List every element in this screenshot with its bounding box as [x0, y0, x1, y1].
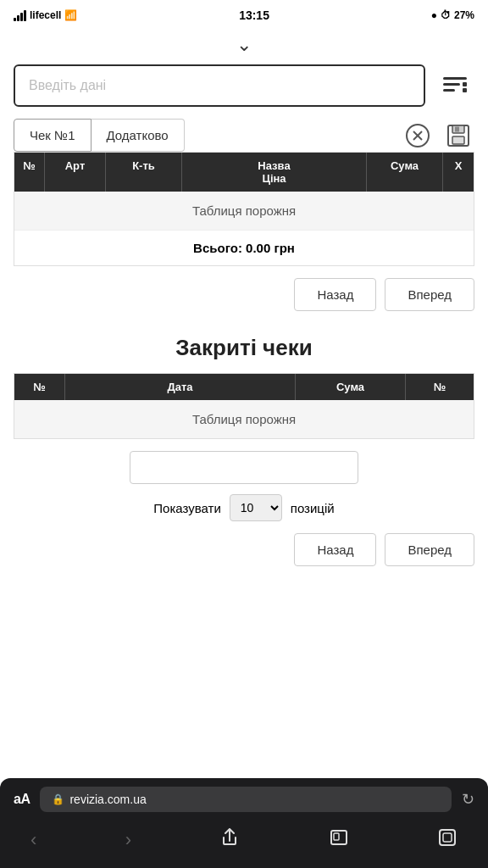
save-disk-icon [446, 123, 471, 148]
status-time: 13:15 [239, 8, 269, 22]
col-x: X [443, 153, 474, 192]
closed-forward-button[interactable]: Вперед [385, 533, 474, 566]
col-no: № [14, 153, 45, 192]
open-back-button[interactable]: Назад [294, 278, 376, 311]
svg-rect-4 [463, 88, 467, 92]
browser-bookmarks-button[interactable] [320, 824, 358, 856]
close-circle-icon [405, 123, 430, 148]
lock-icon: 🔒 [52, 793, 64, 805]
close-circle-button[interactable] [402, 120, 434, 152]
browser-nav-row: ‹ › [14, 824, 474, 856]
browser-url-row: aA 🔒 revizia.com.ua ↻ [14, 787, 474, 812]
search-row [14, 64, 474, 107]
tab-check1[interactable]: Чек №1 [14, 119, 92, 152]
tabs-row: Чек №1 Додатково [14, 119, 474, 152]
status-bar: lifecell 📶 13:15 ● ⏱ 27% [0, 0, 488, 31]
closed-back-button[interactable]: Назад [294, 533, 376, 566]
open-receipts-empty: Таблиця порожня [14, 192, 474, 230]
col-qty: К-ть [106, 153, 182, 192]
chevron-down-icon: ⌄ [236, 36, 252, 54]
svg-rect-1 [443, 83, 460, 86]
browser-bar: aA 🔒 revizia.com.ua ↻ ‹ › [0, 778, 488, 868]
svg-rect-11 [455, 126, 459, 131]
browser-forward-button[interactable]: › [117, 826, 140, 854]
browser-tabs-button[interactable] [429, 824, 466, 856]
svg-rect-15 [443, 833, 452, 842]
pagination-row: Показувати 5 10 25 50 100 позицій [14, 494, 474, 521]
show-label: Показувати [153, 501, 220, 515]
carrier-label: lifecell [30, 9, 61, 21]
per-page-select[interactable]: 5 10 25 50 100 [230, 494, 282, 521]
open-receipts-nav: Назад Вперед [14, 278, 474, 311]
svg-rect-3 [463, 82, 467, 86]
share-icon [219, 827, 240, 848]
closed-receipts-empty: Таблиця порожня [14, 400, 474, 438]
status-left: lifecell 📶 [14, 9, 77, 21]
closed-col-num: № [406, 374, 474, 400]
open-receipts-total: Всього: 0.00 грн [14, 230, 474, 265]
reload-icon[interactable]: ↻ [462, 790, 474, 809]
col-sum: Сума [367, 153, 443, 192]
signal-icon [14, 9, 26, 21]
filter-icon-button[interactable] [435, 66, 474, 105]
closed-receipts-table: № Дата Сума № Таблиця порожня [14, 373, 474, 439]
filter-list-icon [440, 70, 470, 101]
wifi-icon: 📶 [64, 9, 77, 21]
battery-label: 27% [454, 9, 474, 21]
browser-url-box[interactable]: 🔒 revizia.com.ua [40, 787, 452, 812]
col-name-price: Назва Ціна [182, 153, 367, 192]
positions-label: позицій [291, 501, 335, 515]
svg-rect-10 [452, 136, 464, 144]
col-price: Ціна [262, 172, 286, 185]
bookmarks-icon [329, 827, 349, 848]
location-icon: ● [431, 9, 437, 21]
svg-rect-13 [334, 833, 339, 840]
tabs-icon [437, 827, 458, 848]
col-name: Назва [258, 159, 290, 172]
open-receipts-table: № Арт К-ть Назва Ціна Сума X Таблиця пор… [14, 152, 474, 266]
closed-receipts-header: № Дата Сума № [14, 374, 474, 400]
browser-back-button[interactable]: ‹ [22, 826, 45, 854]
closed-search-input[interactable] [130, 451, 358, 484]
browser-url: revizia.com.ua [69, 793, 146, 806]
main-content: Чек №1 Додатково [0, 58, 488, 580]
open-receipts-header: № Арт К-ть Назва Ціна Сума X [14, 153, 474, 192]
search-input[interactable] [14, 64, 425, 107]
closed-col-date: Дата [65, 374, 296, 400]
svg-rect-2 [443, 89, 455, 92]
tabs-actions [402, 120, 474, 152]
status-right: ● ⏱ 27% [431, 9, 474, 21]
svg-rect-14 [440, 830, 455, 845]
open-forward-button[interactable]: Вперед [385, 278, 474, 311]
browser-share-button[interactable] [211, 824, 248, 856]
svg-rect-0 [443, 77, 467, 80]
save-button[interactable] [442, 120, 474, 152]
closed-col-no: № [14, 374, 65, 400]
col-art: Арт [45, 153, 106, 192]
total-value: Всього: 0.00 грн [193, 241, 295, 255]
closed-receipts-title: Закриті чеки [14, 335, 474, 361]
collapse-handle[interactable]: ⌄ [0, 31, 488, 58]
closed-col-sum: Сума [296, 374, 406, 400]
closed-receipts-nav: Назад Вперед [14, 533, 474, 566]
alarm-icon: ⏱ [441, 9, 451, 21]
browser-aa-label[interactable]: aA [14, 792, 30, 807]
tab-additional[interactable]: Додатково [92, 119, 185, 152]
closed-search-row [14, 451, 474, 484]
